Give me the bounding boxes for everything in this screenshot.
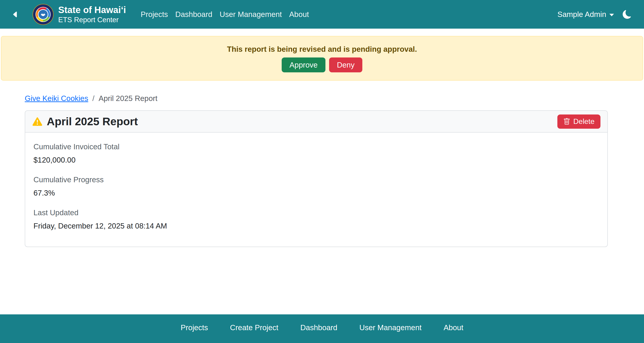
- field-cumulative-progress: Cumulative Progress 67.3%: [34, 175, 599, 198]
- brand-title: State of Hawai‘i: [58, 4, 126, 15]
- back-button[interactable]: [12, 10, 19, 18]
- trash-icon: [563, 118, 570, 125]
- handshake-icon: [40, 11, 46, 18]
- footer-link-user-management[interactable]: User Management: [359, 323, 422, 332]
- main-content: Give Keiki Cookies / April 2025 Report A…: [25, 81, 608, 247]
- user-menu-dropdown[interactable]: Sample Admin: [557, 10, 614, 19]
- report-card-header: April 2025 Report Delete: [25, 111, 607, 133]
- footer-link-about[interactable]: About: [444, 323, 463, 332]
- breadcrumb-project-link[interactable]: Give Keiki Cookies: [25, 93, 88, 103]
- top-navbar: State of Hawai‘i ETS Report Center Proje…: [0, 0, 644, 29]
- moon-icon: [623, 10, 632, 19]
- delete-button[interactable]: Delete: [557, 114, 601, 129]
- main-nav: Projects Dashboard User Management About: [137, 10, 312, 19]
- brand-subtitle: ETS Report Center: [58, 15, 126, 24]
- field-label: Last Updated: [34, 208, 599, 218]
- approval-banner: This report is being revised and is pend…: [1, 36, 643, 81]
- nav-projects[interactable]: Projects: [137, 10, 172, 19]
- breadcrumb-current: April 2025 Report: [98, 93, 158, 103]
- delete-button-label: Delete: [574, 117, 595, 126]
- ets-logo-icon: [32, 4, 54, 25]
- deny-button[interactable]: Deny: [329, 57, 362, 72]
- footer-link-dashboard[interactable]: Dashboard: [300, 323, 337, 332]
- field-cumulative-invoiced-total: Cumulative Invoiced Total $120,000.00: [34, 142, 599, 165]
- breadcrumb-separator: /: [92, 93, 94, 103]
- breadcrumb: Give Keiki Cookies / April 2025 Report: [25, 93, 608, 103]
- approve-button[interactable]: Approve: [282, 57, 326, 72]
- nav-about[interactable]: About: [286, 10, 312, 19]
- nav-user-management[interactable]: User Management: [216, 10, 285, 19]
- caret-left-icon: [12, 10, 19, 18]
- dark-mode-toggle[interactable]: [623, 10, 632, 19]
- field-label: Cumulative Progress: [34, 175, 599, 185]
- field-value: Friday, December 12, 2025 at 08:14 AM: [34, 221, 599, 231]
- nav-dashboard[interactable]: Dashboard: [172, 10, 216, 19]
- page: State of Hawai‘i ETS Report Center Proje…: [0, 0, 644, 343]
- report-title: April 2025 Report: [47, 115, 138, 128]
- approval-banner-message: This report is being revised and is pend…: [2, 44, 642, 54]
- footer: Projects Create Project Dashboard User M…: [0, 314, 644, 343]
- report-card: April 2025 Report Delete Cumulative Invo…: [25, 110, 608, 247]
- user-menu-label: Sample Admin: [557, 10, 606, 19]
- field-label: Cumulative Invoiced Total: [34, 142, 599, 152]
- chevron-down-icon: [610, 14, 614, 16]
- warning-icon: [32, 117, 43, 126]
- approval-banner-actions: Approve Deny: [2, 57, 642, 72]
- footer-link-projects[interactable]: Projects: [180, 323, 208, 332]
- footer-link-create-project[interactable]: Create Project: [230, 323, 278, 332]
- field-value: $120,000.00: [34, 155, 599, 165]
- field-value: 67.3%: [34, 188, 599, 198]
- report-card-body: Cumulative Invoiced Total $120,000.00 Cu…: [25, 133, 607, 247]
- field-last-updated: Last Updated Friday, December 12, 2025 a…: [34, 208, 599, 231]
- brand[interactable]: State of Hawai‘i ETS Report Center: [32, 4, 126, 25]
- brand-text: State of Hawai‘i ETS Report Center: [58, 4, 126, 24]
